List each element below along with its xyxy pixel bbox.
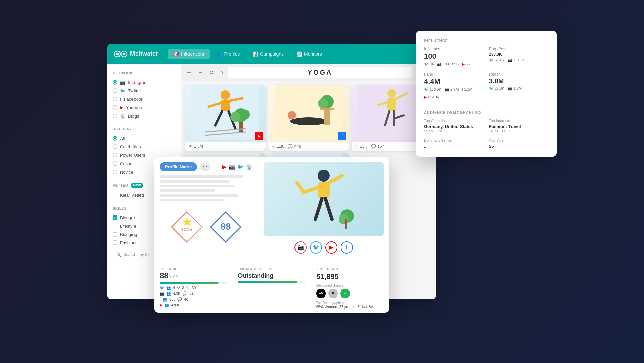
twitter-social-data: 🐦 👥 4 ↺ 3 ♡ 30 [160,286,227,290]
twitter-radio [113,88,117,93]
address-bar[interactable]: YOGA [228,67,413,78]
youtube-circle-icon[interactable]: ▶ [325,241,337,254]
profile-hero-image [264,162,384,236]
card-1-platform: ▶ [255,132,263,140]
forward-button[interactable]: → [197,69,205,76]
true-reach-value: 51,895 [316,272,384,281]
bio-line-6 [160,199,225,201]
top-demographics-value: 65% Women, 27 yrs old, 34% USA [316,305,384,309]
followers-icon: 👥 [166,286,171,290]
influence-panel: INFLUENCE Influence 100 🐦 94 📷 100 f [416,31,557,157]
influence-metrics: Influence 100 🐦 94 📷 100 f 93 [424,47,549,66]
heart-icon: ♡ [355,144,359,149]
tab-influencers[interactable]: 🎯 Influencers [168,49,209,59]
instagram-social-data: 📷 👥 4.3K 💬 61 [160,291,227,296]
svg-line-59 [325,198,332,219]
blogs-icon: 📡 [120,114,125,119]
score-badge-svg: 88 [209,210,243,244]
influence-progress-bar [160,282,227,284]
reach-value: 3.0M [489,77,549,85]
influence-celebrities[interactable]: Celebrities [113,143,175,151]
svg-point-3 [123,53,125,55]
svg-rect-17 [275,85,342,139]
celebrities-radio [113,144,117,149]
youtube-platform-icon[interactable]: ▶ [222,164,226,170]
tab-profiles[interactable]: 👥 Profiles [211,49,246,59]
logo-icon [114,50,127,58]
sidebar-item-facebook[interactable]: f Facebook [113,95,175,103]
casual-radio [113,161,117,166]
vetted-badge: NEW [131,183,143,188]
sidebar-item-twitter[interactable]: 🐦 Twitter [113,87,175,95]
influencers-icon: 🎯 [173,51,179,57]
instagram-platform-icon[interactable]: 📷 [228,164,235,170]
nav-tabs: 🎯 Influencers 👥 Profiles 📊 Campaigns 📈 M… [168,49,429,59]
twitter-icon: 🐦 [424,87,429,92]
back-button[interactable]: ← [185,69,193,76]
svg-text:YOGA: YOGA [181,228,192,232]
influence-bottom-label: INFLUENCE [160,267,227,271]
spotify-brand: ♫ [340,289,350,298]
sidebar-item-youtube[interactable]: ▶ Youtube [113,103,175,112]
sidebar-item-blogs[interactable]: 📡 Blogs [113,112,175,120]
twitter-icon: 🐦 [489,58,494,62]
rss-platform-icon[interactable]: 📡 [246,164,253,170]
facebook-circle-icon[interactable]: f [341,241,353,254]
demo-grid: Top Countries Germany, United States 55.… [424,119,549,149]
instagram-icon: 📷 [160,291,164,296]
youtube-social-data: ▶ 👥 430K [160,303,227,307]
sidebar-item-instagram[interactable]: 📷 Instagram [113,78,175,87]
influence-bottom-value: 88 [160,271,169,280]
repost-icon: ↺ [177,286,180,290]
novice-radio [113,170,117,174]
instagram-circle-icon[interactable]: 📷 [294,241,307,254]
dominant-gender: Dominant Gender ... [424,138,484,149]
fans-reach-metrics: Fans 4.4M 🐦 176.5K 📷 2.9M f 1.1M [424,72,549,99]
card-1-image [185,85,266,142]
svg-point-5 [221,90,230,100]
influence-all[interactable]: All [113,134,175,143]
avg-age: Avg. Age 26 [489,138,549,149]
comment-icon: 💬 [371,144,376,149]
bio-line-1 [160,175,243,178]
svg-point-53 [318,170,330,182]
svg-line-56 [297,182,304,192]
browser-toolbar: ← → ↺ ⌂ YOGA 🔍 ≡ [181,64,436,81]
home-button[interactable]: ⌂ [218,69,224,76]
true-reach-bottom: TRUE REACH 51,895 Mentioned Brands AD ⚙ … [311,263,389,313]
influence-bottom: INFLUENCE 88 /100 🐦 👥 4 ↺ 3 ♡ [154,263,232,313]
profile-action-button[interactable]: ⋯ [200,162,210,171]
top-interests: Top Interests Fashion, Travel 16.7%, 11.… [489,119,549,133]
tab-monitors[interactable]: 📈 Monitors [291,49,327,59]
svg-point-23 [318,98,328,108]
svg-rect-62 [345,219,347,229]
instagram-icon: 📷 [445,87,449,92]
grid-card-2[interactable]: ♡ 11K 💬 449 f [268,85,349,151]
influence-social-row: 🐦 94 📷 100 f 93 ▶ 65 [424,62,484,66]
svg-text:⭐: ⭐ [182,217,192,226]
refresh-button[interactable]: ↺ [208,69,215,76]
yoga-pose-1 [185,85,266,139]
influence-label: Influence [424,47,484,51]
facebook-icon: f [120,97,121,102]
instagram-influence: 📷 100 [437,62,449,66]
monitors-icon: 📈 [296,51,302,57]
mentioned-brands-label: Mentioned Brands [316,284,384,287]
vetted-checkbox [113,193,117,197]
reach-metric: Reach 3.0M 🐦 25.8K 📷 1.3M [489,72,549,99]
tab-campaigns[interactable]: 📊 Campaigns [247,49,289,59]
twitter-circle-icon[interactable]: 🐦 [310,241,322,254]
svg-text:88: 88 [220,221,231,232]
twitter-platform-icon[interactable]: 🐦 [237,164,244,170]
grid-card-1[interactable]: 👁 1.3M ▶ [185,85,266,151]
svg-point-14 [240,110,250,119]
network-section: NETWORK 📷 Instagram 🐦 Twitter [113,71,175,120]
youtube-radio [113,105,117,110]
profile-card-body: Profile Name ⋯ ▶ 📷 🐦 📡 [154,157,389,263]
followers-icon: 👥 [166,291,171,296]
yoga-badge: ⭐ YOGA [170,210,204,244]
profile-name-button[interactable]: Profile Name [160,162,197,171]
yoga-badge-svg: ⭐ YOGA [170,210,204,244]
view-count: 👁 1.3M [189,144,203,149]
panel-divider [424,105,549,105]
